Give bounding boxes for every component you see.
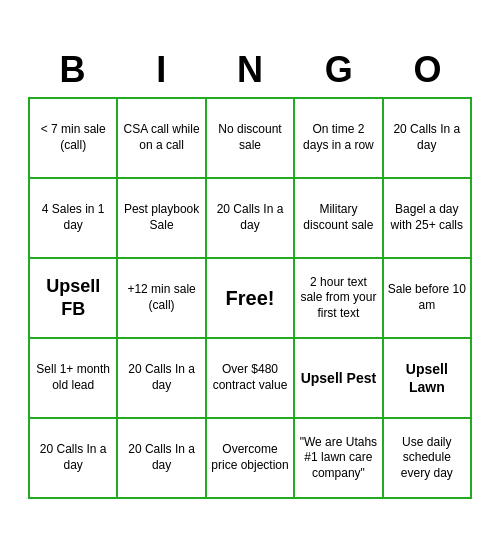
- bingo-cell-3: On time 2 days in a row: [295, 99, 383, 179]
- bingo-cell-9: Bagel a day with 25+ calls: [384, 179, 472, 259]
- bingo-cell-23: "We are Utahs #1 lawn care company": [295, 419, 383, 499]
- bingo-card: B I N G O < 7 min sale (call)CSA call wh…: [20, 37, 480, 507]
- bingo-cell-19: Upsell Lawn: [384, 339, 472, 419]
- bingo-cell-8: Military discount sale: [295, 179, 383, 259]
- bingo-cell-18: Upsell Pest: [295, 339, 383, 419]
- bingo-cell-11: +12 min sale (call): [118, 259, 206, 339]
- bingo-header: B I N G O: [28, 45, 472, 95]
- bingo-cell-13: 2 hour text sale from your first text: [295, 259, 383, 339]
- header-b: B: [28, 45, 117, 95]
- bingo-cell-0: < 7 min sale (call): [30, 99, 118, 179]
- header-n: N: [206, 45, 295, 95]
- bingo-cell-17: Over $480 contract value: [207, 339, 295, 419]
- bingo-cell-7: 20 Calls In a day: [207, 179, 295, 259]
- bingo-cell-10: Upsell FB: [30, 259, 118, 339]
- bingo-cell-21: 20 Calls In a day: [118, 419, 206, 499]
- bingo-cell-20: 20 Calls In a day: [30, 419, 118, 499]
- bingo-cell-12: Free!: [207, 259, 295, 339]
- header-o: O: [383, 45, 472, 95]
- bingo-grid: < 7 min sale (call)CSA call while on a c…: [28, 97, 472, 499]
- bingo-cell-24: Use daily schedule every day: [384, 419, 472, 499]
- bingo-cell-22: Overcome price objection: [207, 419, 295, 499]
- bingo-cell-4: 20 Calls In a day: [384, 99, 472, 179]
- bingo-cell-16: 20 Calls In a day: [118, 339, 206, 419]
- header-g: G: [294, 45, 383, 95]
- bingo-cell-14: Sale before 10 am: [384, 259, 472, 339]
- header-i: I: [117, 45, 206, 95]
- bingo-cell-5: 4 Sales in 1 day: [30, 179, 118, 259]
- bingo-cell-15: Sell 1+ month old lead: [30, 339, 118, 419]
- bingo-cell-2: No discount sale: [207, 99, 295, 179]
- bingo-cell-6: Pest playbook Sale: [118, 179, 206, 259]
- bingo-cell-1: CSA call while on a call: [118, 99, 206, 179]
